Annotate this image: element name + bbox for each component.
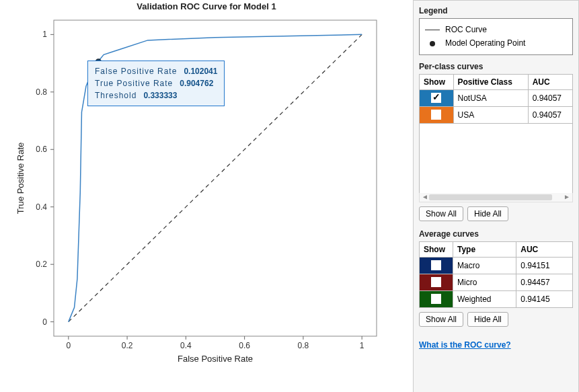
svg-text:0.4: 0.4 [180, 341, 192, 350]
show-all-button[interactable]: Show All [419, 206, 463, 221]
svg-text:0.2: 0.2 [36, 260, 47, 269]
average-button-row: Show All Hide All [419, 312, 573, 327]
average-title: Average curves [419, 229, 573, 239]
swatch-cell-notusa[interactable] [420, 89, 453, 106]
swatch-cell-micro[interactable] [420, 274, 453, 290]
svg-text:0: 0 [42, 317, 47, 327]
datatip: False Positive Rate0.102041 True Positiv… [87, 61, 225, 106]
hide-all-button[interactable]: Hide All [467, 206, 508, 221]
datatip-tpr-label: True Positive Rate [95, 77, 173, 89]
svg-text:False Positive Rate: False Positive Rate [178, 354, 253, 364]
table-header-row: Show Positive Class AUC [420, 75, 572, 90]
svg-text:0.8: 0.8 [298, 341, 309, 350]
col-show: Show [420, 241, 453, 257]
table-row: Weighted 0.94145 [420, 290, 573, 307]
datatip-threshold-value: 0.333333 [143, 89, 177, 102]
col-show: Show [420, 75, 453, 90]
checkbox-icon[interactable] [431, 277, 441, 287]
checkbox-icon[interactable] [431, 260, 441, 270]
table-row: USA 0.94057 [420, 106, 572, 123]
auc-cell: 0.94457 [516, 274, 573, 290]
auc-cell: 0.94057 [528, 89, 572, 106]
table-row: Micro 0.94457 [420, 274, 573, 290]
col-type: Type [453, 241, 516, 257]
svg-text:0.8: 0.8 [36, 87, 47, 97]
auc-cell: 0.94151 [516, 257, 573, 274]
side-panel: Legend ROC Curve Model Operating Point P… [413, 0, 579, 392]
average-table: Show Type AUC Macro 0.94151 Micro 0.9445… [419, 241, 573, 308]
checkbox-icon[interactable] [431, 110, 441, 120]
svg-text:0.6: 0.6 [36, 145, 47, 154]
swatch-cell-weighted[interactable] [420, 290, 453, 307]
legend-item-roc: ROC Curve [425, 23, 567, 36]
help-link[interactable]: What is the ROC curve? [419, 340, 511, 350]
col-positive-class: Positive Class [453, 75, 528, 90]
legend-title: Legend [419, 6, 573, 15]
swatch-cell-macro[interactable] [420, 257, 453, 274]
class-cell: NotUSA [453, 89, 528, 106]
svg-text:0.2: 0.2 [122, 341, 133, 350]
auc-cell: 0.94145 [516, 290, 573, 307]
auc-cell: 0.94057 [528, 106, 572, 123]
legend-op-label: Model Operating Point [445, 36, 525, 50]
dot-icon [425, 41, 440, 46]
svg-text:0: 0 [66, 341, 71, 350]
datatip-fpr-label: False Positive Rate [95, 65, 177, 77]
type-cell: Macro [453, 257, 516, 274]
line-icon [425, 30, 440, 30]
per-class-table: Show Positive Class AUC NotUSA 0.94057 U… [420, 75, 572, 124]
svg-text:1: 1 [360, 341, 364, 350]
hide-all-button[interactable]: Hide All [467, 312, 508, 327]
horizontal-scrollbar[interactable] [419, 193, 573, 202]
checkbox-icon[interactable] [431, 93, 441, 103]
checkbox-icon[interactable] [431, 294, 441, 304]
col-auc: AUC [516, 241, 573, 257]
svg-text:1: 1 [42, 30, 47, 39]
datatip-fpr-value: 0.102041 [184, 65, 217, 77]
datatip-threshold-label: Threshold [95, 89, 137, 102]
table-row: NotUSA 0.94057 [420, 89, 572, 106]
legend-roc-label: ROC Curve [445, 23, 487, 36]
show-all-button[interactable]: Show All [419, 312, 463, 327]
col-auc: AUC [528, 75, 572, 90]
table-row: Macro 0.94151 [420, 257, 573, 274]
legend-item-op: Model Operating Point [425, 36, 567, 50]
datatip-tpr-value: 0.904762 [180, 77, 213, 89]
svg-text:0.6: 0.6 [239, 341, 250, 350]
swatch-cell-usa[interactable] [420, 106, 453, 123]
per-class-title: Per-class curves [419, 62, 573, 71]
per-class-table-wrap: Show Positive Class AUC NotUSA 0.94057 U… [419, 74, 573, 194]
type-cell: Micro [453, 274, 516, 290]
legend-box: ROC Curve Model Operating Point [419, 18, 573, 55]
per-class-button-row: Show All Hide All [419, 206, 573, 221]
svg-text:0.4: 0.4 [36, 202, 47, 212]
class-cell: USA [453, 106, 528, 123]
roc-plot-svg: 00.20.40.60.8100.20.40.60.81False Positi… [0, 0, 413, 392]
type-cell: Weighted [453, 290, 516, 307]
svg-text:True Positive Rate: True Positive Rate [15, 143, 26, 214]
chart-area: Validation ROC Curve for Model 1 00.20.4… [0, 0, 413, 392]
table-header-row: Show Type AUC [420, 241, 573, 257]
